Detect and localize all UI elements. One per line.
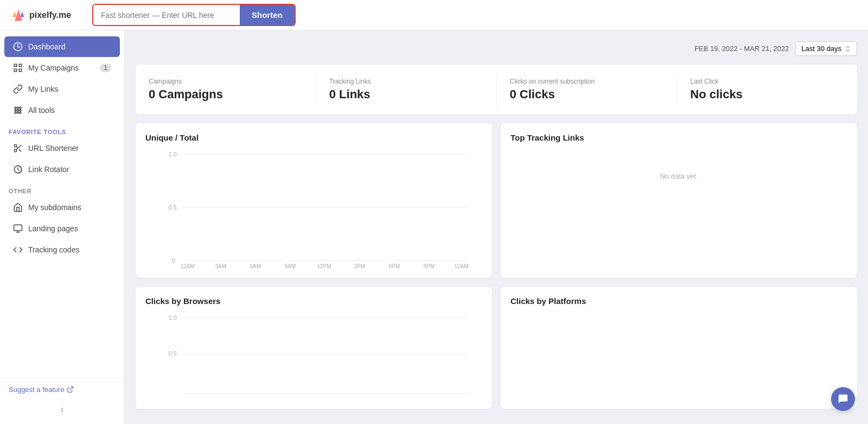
- clicks-by-platforms-empty: [510, 312, 847, 366]
- landing-icon: [13, 224, 23, 233]
- sidebar-item-my-links[interactable]: My Links: [4, 79, 120, 99]
- clicks-by-browsers-chart: Clicks by Browsers 1.0 0.5: [136, 287, 492, 409]
- svg-point-12: [20, 112, 21, 113]
- top-tracking-links-no-data: No data yet.: [510, 149, 847, 203]
- campaigns-badge: 1: [100, 64, 111, 72]
- sidebar-item-url-shortener[interactable]: URL Shortener: [4, 138, 120, 159]
- top-tracking-links-title: Top Tracking Links: [510, 133, 847, 142]
- dashboard-icon: [13, 42, 23, 52]
- logo[interactable]: pixelfy.me: [11, 8, 81, 23]
- suggest-feature-link[interactable]: Suggest a feature: [9, 385, 116, 394]
- stat-last-click-value: No clicks: [690, 87, 844, 102]
- svg-point-6: [20, 107, 21, 109]
- chat-bubble-button[interactable]: [831, 387, 855, 411]
- clicks-by-platforms-card: Clicks by Platforms: [501, 287, 857, 409]
- other-section-label: OTHER: [0, 180, 124, 197]
- subdomain-icon: [13, 202, 23, 212]
- svg-point-7: [15, 110, 16, 111]
- clicks-by-platforms-title: Clicks by Platforms: [510, 296, 847, 306]
- stat-links-value: 0 Links: [329, 87, 483, 102]
- sidebar-item-label: My Campaigns: [28, 64, 79, 72]
- svg-text:12AM: 12AM: [181, 263, 195, 268]
- stat-campaigns-label: Campaigns: [149, 78, 303, 85]
- sidebar-item-tracking-codes[interactable]: Tracking codes: [4, 239, 120, 260]
- sidebar-item-label: Tracking codes: [28, 245, 79, 254]
- svg-point-10: [15, 112, 16, 113]
- unique-total-chart-area: 1.0 0.5 0 12AM 3AM 6AM 9AM 12PM 3PM: [145, 149, 482, 268]
- external-link-icon: [67, 386, 74, 393]
- charts-grid: Unique / Total 1.0 0.5 0 12AM 3AM: [136, 123, 857, 409]
- links-icon: [13, 84, 23, 94]
- svg-text:9AM: 9AM: [285, 263, 296, 268]
- sidebar-collapse-button[interactable]: ‹: [0, 400, 124, 419]
- sidebar-item-label: My subdomains: [28, 203, 81, 212]
- svg-marker-1: [13, 11, 17, 17]
- svg-text:9PM: 9PM: [424, 263, 435, 268]
- chevron-up-down-icon: [845, 46, 851, 52]
- tools-icon: [13, 105, 23, 115]
- logo-icon: [11, 8, 26, 23]
- sidebar-item-label: URL Shortener: [28, 144, 79, 153]
- svg-text:1.0: 1.0: [169, 151, 177, 157]
- date-dropdown[interactable]: Last 30 days: [795, 41, 857, 56]
- svg-point-11: [17, 112, 19, 113]
- sidebar-item-my-campaigns[interactable]: My Campaigns 1: [4, 58, 120, 78]
- svg-text:0.5: 0.5: [169, 350, 177, 357]
- unique-total-chart: Unique / Total 1.0 0.5 0 12AM 3AM: [136, 123, 492, 278]
- layout: Dashboard My Campaigns 1 My Links: [0, 30, 868, 424]
- sidebar-footer: Suggest a feature: [0, 378, 124, 400]
- svg-line-17: [16, 147, 18, 148]
- unique-total-title: Unique / Total: [145, 133, 482, 142]
- logo-text: pixelfy.me: [29, 10, 71, 20]
- tracking-icon: [13, 245, 23, 255]
- sidebar-item-all-tools[interactable]: All tools: [4, 100, 120, 121]
- stats-row: Campaigns 0 Campaigns Tracking Links 0 L…: [136, 65, 857, 115]
- svg-point-13: [14, 144, 17, 147]
- svg-rect-19: [14, 225, 22, 231]
- stat-links-label: Tracking Links: [329, 78, 483, 85]
- svg-point-8: [17, 110, 19, 111]
- date-dropdown-label: Last 30 days: [801, 45, 841, 53]
- svg-text:1.0: 1.0: [169, 314, 177, 321]
- sidebar-item-label: Dashboard: [28, 42, 66, 51]
- stat-campaigns: Campaigns 0 Campaigns: [136, 73, 316, 106]
- sidebar-item-my-subdomains[interactable]: My subdomains: [4, 197, 120, 218]
- sidebar-item-dashboard[interactable]: Dashboard: [4, 36, 120, 57]
- stat-last-click: Last Click No clicks: [677, 73, 857, 106]
- favorite-tools-section-label: FAVORITE TOOLS: [0, 121, 124, 137]
- url-input[interactable]: [93, 7, 240, 24]
- date-header: FEB 19, 2022 - MAR 21, 2022 Last 30 days: [136, 41, 857, 56]
- stat-clicks-value: 0 Clicks: [510, 87, 664, 102]
- sidebar-item-landing-pages[interactable]: Landing pages: [4, 218, 120, 239]
- shorten-button[interactable]: Shorten: [240, 5, 295, 25]
- rotator-icon: [13, 164, 23, 174]
- sidebar-item-label: My Links: [28, 85, 58, 93]
- stat-campaigns-value: 0 Campaigns: [149, 87, 303, 102]
- suggest-feature-text: Suggest a feature: [9, 385, 65, 394]
- svg-text:12AM: 12AM: [455, 263, 469, 268]
- svg-point-5: [17, 107, 19, 109]
- svg-point-14: [14, 149, 17, 152]
- svg-text:6AM: 6AM: [250, 263, 261, 268]
- sidebar-item-label: All tools: [28, 106, 55, 115]
- campaigns-icon: [13, 63, 23, 73]
- sidebar-item-link-rotator[interactable]: Link Rotator: [4, 159, 120, 180]
- stat-clicks-label: Clicks on current subscription: [510, 78, 664, 85]
- main-content: FEB 19, 2022 - MAR 21, 2022 Last 30 days…: [125, 30, 868, 424]
- svg-line-22: [69, 387, 73, 390]
- url-shortener-bar: Shorten: [92, 4, 296, 26]
- stat-links: Tracking Links 0 Links: [316, 73, 497, 106]
- sidebar: Dashboard My Campaigns 1 My Links: [0, 30, 125, 424]
- scissors-icon: [13, 143, 23, 153]
- sidebar-item-label: Link Rotator: [28, 165, 69, 174]
- top-tracking-links-card: Top Tracking Links No data yet.: [501, 123, 857, 278]
- svg-text:0: 0: [172, 257, 175, 264]
- svg-text:0.5: 0.5: [169, 204, 177, 211]
- svg-text:3AM: 3AM: [215, 263, 227, 268]
- svg-line-16: [19, 149, 21, 151]
- stat-last-click-label: Last Click: [690, 78, 844, 85]
- svg-text:3PM: 3PM: [354, 263, 366, 268]
- svg-marker-2: [21, 11, 24, 17]
- topbar: pixelfy.me Shorten: [0, 0, 868, 30]
- svg-text:12PM: 12PM: [317, 263, 331, 268]
